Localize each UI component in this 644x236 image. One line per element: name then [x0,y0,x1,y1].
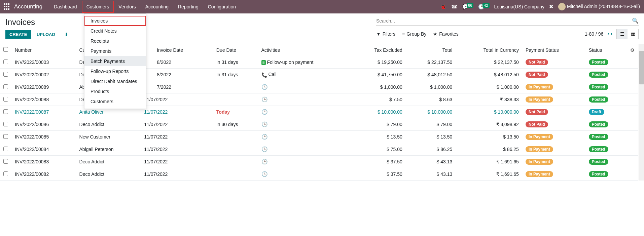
dropdown-receipts[interactable]: Receipts [84,36,146,46]
search-input[interactable] [376,17,632,24]
table-row[interactable]: INV/2022/00084 Abigail Peterson 11/07/20… [0,143,638,156]
apps-icon[interactable] [4,3,11,10]
row-checkbox[interactable] [3,72,8,77]
row-checkbox[interactable] [3,60,8,64]
col-total-currency[interactable]: Total in Currency [456,44,522,56]
clock-icon[interactable]: 🕒 [261,159,268,164]
dropdown-followup-reports[interactable]: Follow-up Reports [84,66,146,76]
col-settings[interactable]: ⚙ [627,44,638,56]
clock-icon[interactable]: 🕒 [261,84,268,90]
col-tax-excluded[interactable]: Tax Excluded [351,44,406,56]
cell-activities[interactable]: 🕒 [258,118,351,131]
activities-icon[interactable]: 🕒42 [478,4,489,10]
nav-reporting[interactable]: Reporting [173,1,203,13]
table-row[interactable]: INV/2022/00082 Deco Addict 11/07/2022 🕒 … [0,168,638,181]
cell-activities[interactable]: 🕒 [258,131,351,143]
dropdown-direct-debit[interactable]: Direct Debit Mandates [84,76,146,86]
dropdown-payments[interactable]: Payments [84,46,146,56]
nav-vendors[interactable]: Vendors [114,1,140,13]
clock-icon[interactable]: 🕒 [261,134,268,140]
row-checkbox[interactable] [3,159,8,164]
scrollbar-thumb[interactable] [639,51,644,84]
cell-activities[interactable]: 🕒 [258,168,351,181]
nav-customers[interactable]: Customers [82,1,114,13]
tools-icon[interactable]: ✖ [549,4,553,10]
cell-activities[interactable]: 🕒 [258,143,351,156]
row-checkbox[interactable] [3,122,8,126]
table-row[interactable]: INV/2022/00086 Deco Addict 11/07/2022 In… [0,118,638,131]
dropdown-credit-notes[interactable]: Credit Notes [84,26,146,36]
cell-activities[interactable]: 🕒 [258,156,351,168]
row-checkbox[interactable] [3,171,8,176]
dropdown-customers[interactable]: Customers [84,96,146,107]
row-checkbox[interactable] [3,134,8,139]
company-switcher[interactable]: Louisana(US) Company [494,4,544,9]
group-by-button[interactable]: ≡Group By [402,31,426,37]
dropdown-batch-payments[interactable]: Batch Payments [84,56,146,66]
col-invoice-date[interactable]: Invoice Date [141,44,213,56]
upload-button[interactable]: UPLOAD [33,30,59,39]
col-activities[interactable]: Activities [258,44,351,56]
filters-button[interactable]: ▼Filters [376,31,395,37]
select-all-cell [0,44,11,56]
create-button[interactable]: CREATE [5,30,31,39]
clock-icon[interactable]: 🕒 [261,109,268,115]
customers-dropdown: Invoices Credit Notes Receipts Payments … [84,13,146,109]
cell-invoice-date: 11/07/2022 [141,156,213,168]
favorites-button[interactable]: ★Favorites [433,31,459,37]
dropdown-products[interactable]: Products [84,86,146,96]
payment-status-badge: In Payment [526,96,553,103]
cell-activities[interactable]: 🕒 [258,93,351,106]
cell-due-date: Today [213,106,258,118]
cell-activities[interactable]: ≡Follow-up on payment [258,56,351,69]
support-icon[interactable]: ☎ [451,4,458,10]
nav-dashboard[interactable]: Dashboard [49,1,82,13]
nav-accounting[interactable]: Accounting [141,1,173,13]
bug-icon[interactable]: 🐞 [440,4,446,10]
download-icon[interactable]: ⬇ [61,30,72,39]
list-view-icon[interactable]: ☰ [617,29,628,39]
status-badge: Posted [589,134,608,140]
user-menu[interactable]: Mitchell Admin (20814848-16-0-all) [558,3,640,10]
table-row[interactable]: INV/2022/00085 New Customer 11/07/2022 🕒… [0,131,638,143]
row-checkbox[interactable] [3,147,8,151]
col-due-date[interactable]: Due Date [213,44,258,56]
col-payment-status[interactable]: Payment Status [522,44,585,56]
clock-icon[interactable]: 🕒 [261,121,268,127]
cell-status: Posted [585,93,627,106]
cell-tax-excluded: $ 79.00 [351,118,406,131]
row-checkbox[interactable] [3,109,8,114]
search-icon[interactable]: 🔍 [632,17,639,24]
col-total[interactable]: Total [406,44,456,56]
cell-total-currency: $ 86.25 [456,143,522,156]
pager-prev[interactable]: ‹ [607,31,609,37]
col-number[interactable]: Number [11,44,76,56]
dropdown-invoices[interactable]: Invoices [84,16,146,26]
cell-total: $ 22,137.50 [406,56,456,69]
table-row[interactable]: INV/2022/00083 Deco Addict 11/07/2022 🕒 … [0,156,638,168]
filter-row: ▼Filters ≡Group By ★Favorites 1-80 / 96 … [376,29,639,39]
payment-status-badge: In Payment [526,84,553,90]
cell-activities[interactable]: 📞Call [258,69,351,81]
search-panel: 🔍 ▼Filters ≡Group By ★Favorites 1-80 / 9… [376,17,639,39]
row-select-cell [0,156,11,168]
select-all-checkbox[interactable] [3,47,8,52]
messages-icon[interactable]: 💬66 [462,4,473,10]
cell-activities[interactable]: 🕒 [258,106,351,118]
clock-icon[interactable]: 🕒 [261,96,268,102]
pager-next[interactable]: › [611,31,612,37]
cell-activities[interactable]: 🕒 [258,81,351,93]
row-checkbox[interactable] [3,84,8,89]
funnel-icon: ▼ [376,31,381,37]
col-status[interactable]: Status [585,44,627,56]
scrollbar[interactable] [639,44,644,181]
cell-invoice-date: 11/07/2022 [141,143,213,156]
cell-total-currency: ₹ 3,098.92 [456,118,522,131]
clock-icon[interactable]: 🕒 [261,146,268,152]
nav-configuration[interactable]: Configuration [203,1,241,13]
kanban-view-icon[interactable]: ▦ [628,29,638,39]
row-checkbox[interactable] [3,97,8,102]
pager-text[interactable]: 1-80 / 96 [585,31,603,37]
clock-icon[interactable]: 🕒 [261,171,268,177]
cell-empty [627,106,638,118]
